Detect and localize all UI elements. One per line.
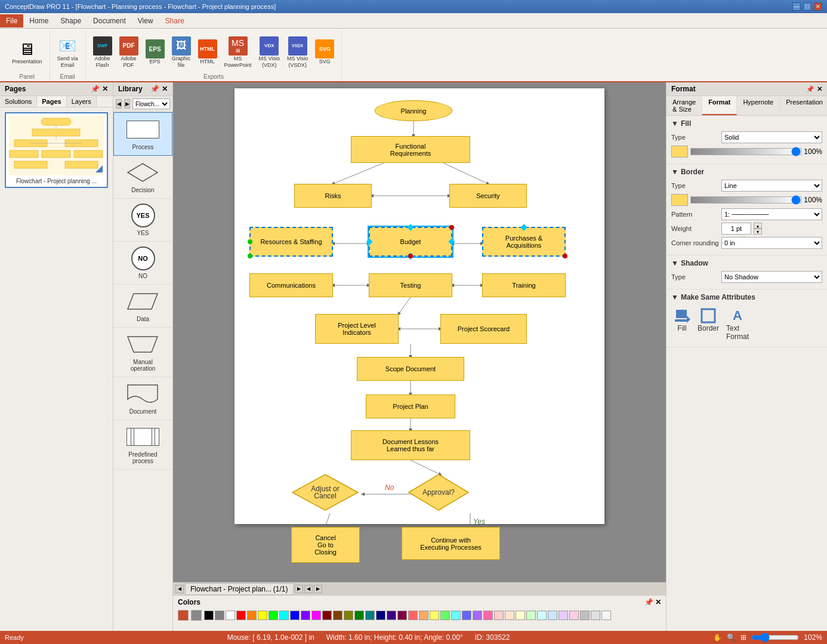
ribbon-btn-email[interactable]: 📧 Send viaEmail bbox=[55, 35, 81, 70]
color-swatch-cell[interactable] bbox=[269, 611, 278, 620]
color-swatch-cell[interactable] bbox=[526, 611, 536, 620]
node-doc-lessons[interactable]: Document LessonsLearned thus far bbox=[351, 430, 470, 460]
border-opacity-slider[interactable] bbox=[690, 196, 801, 204]
fill-collapse-icon[interactable]: ▼ bbox=[671, 119, 678, 128]
color-swatch-cell[interactable] bbox=[204, 611, 214, 620]
node-resources[interactable]: Resources & Staffing bbox=[249, 227, 333, 257]
border-corner-select[interactable]: 0 in bbox=[721, 237, 822, 249]
colors-close-icon[interactable]: ✕ bbox=[655, 598, 661, 606]
menu-file[interactable]: File bbox=[0, 14, 23, 27]
node-risks[interactable]: Risks bbox=[294, 184, 372, 208]
ribbon-btn-ppt[interactable]: MS▤ MSPowerPoint bbox=[222, 35, 254, 70]
handle-top[interactable] bbox=[407, 224, 414, 230]
color-swatch-cell[interactable] bbox=[236, 611, 246, 620]
color-swatch-cell[interactable] bbox=[354, 611, 364, 620]
color-swatch-cell[interactable] bbox=[569, 611, 579, 620]
handle-corner-bm[interactable] bbox=[408, 254, 413, 258]
border-color-swatch[interactable] bbox=[671, 194, 688, 206]
color-swatch-cell[interactable] bbox=[290, 611, 300, 620]
ribbon-btn-pdf[interactable]: PDF AdobePDF bbox=[117, 35, 141, 70]
node-scope-doc[interactable]: Scope Document bbox=[357, 357, 464, 381]
tab-pages[interactable]: Pages bbox=[37, 96, 66, 107]
close-btn[interactable]: ✕ bbox=[814, 2, 822, 11]
thumb-expand-btn[interactable] bbox=[95, 165, 103, 174]
lib-item-no[interactable]: NO NO bbox=[113, 242, 172, 285]
minimize-btn[interactable]: — bbox=[792, 2, 801, 11]
lib-item-data[interactable]: Data bbox=[113, 285, 172, 328]
color-swatch-cell[interactable] bbox=[215, 611, 224, 620]
lib-item-process[interactable]: Process bbox=[113, 112, 172, 156]
ribbon-btn-eps[interactable]: EPS EPS bbox=[143, 38, 167, 66]
ribbon-btn-vsdx[interactable]: VSDX MS Visio(VSDX) bbox=[285, 35, 310, 70]
canvas[interactable]: No Yes Planning FunctionalRequirements R… bbox=[234, 88, 604, 524]
node-func-req[interactable]: FunctionalRequirements bbox=[351, 136, 470, 163]
handle-corner-tr[interactable] bbox=[449, 225, 454, 230]
tab-layers[interactable]: Layers bbox=[67, 96, 97, 107]
node-planning[interactable]: Planning bbox=[375, 100, 452, 121]
tab-scroll-left[interactable]: ◀ bbox=[304, 585, 313, 593]
color-swatch-cell[interactable] bbox=[397, 611, 407, 620]
lib-item-predefined[interactable]: Predefinedprocess bbox=[113, 420, 172, 470]
color-swatch-cell[interactable] bbox=[258, 611, 267, 620]
color-swatch-cell[interactable] bbox=[365, 611, 375, 620]
color-swatch-cell[interactable] bbox=[419, 611, 428, 620]
node-budget[interactable]: Budget bbox=[369, 227, 452, 257]
menu-share[interactable]: Share bbox=[159, 14, 190, 27]
color-swatch-cell[interactable] bbox=[591, 611, 600, 620]
color-swatch-cell[interactable] bbox=[580, 611, 590, 620]
color-swatch-cell[interactable] bbox=[311, 611, 321, 620]
shadow-collapse-icon[interactable]: ▼ bbox=[671, 259, 678, 267]
node-cancel-go[interactable]: CancelGo toClosing bbox=[291, 527, 360, 563]
color-swatch-cell[interactable] bbox=[344, 611, 353, 620]
handle-top-p[interactable] bbox=[520, 224, 527, 230]
node-adjust-cancel[interactable]: Adjust or Cancel bbox=[291, 473, 360, 512]
library-close-icon[interactable]: ✕ bbox=[162, 85, 168, 93]
pages-pin-icon[interactable]: 📌 bbox=[91, 85, 100, 93]
node-continue[interactable]: Continue withExecuting Processes bbox=[402, 527, 500, 560]
weight-up-btn[interactable]: ▲ bbox=[754, 223, 762, 229]
fill-color-swatch[interactable] bbox=[671, 146, 688, 158]
maximize-btn[interactable]: □ bbox=[803, 2, 811, 11]
color-swatch-cell[interactable] bbox=[301, 611, 310, 620]
canvas-tab-main[interactable]: Flowchart - Project plan... (1/1) bbox=[185, 583, 294, 595]
format-close-icon[interactable]: ✕ bbox=[817, 85, 822, 93]
border-pattern-select[interactable]: 1: ──────── bbox=[721, 208, 822, 220]
color-swatch-cell[interactable] bbox=[279, 611, 289, 620]
color-swatch-cell[interactable] bbox=[558, 611, 568, 620]
ribbon-btn-svg[interactable]: SVG SVG bbox=[313, 38, 337, 66]
lib-item-decision[interactable]: Decision bbox=[113, 156, 172, 199]
node-communications[interactable]: Communications bbox=[249, 273, 333, 297]
tab-arrange-size[interactable]: Arrange & Size bbox=[666, 96, 702, 115]
page-thumbnail-1[interactable]: Flowchart - Project planning ... bbox=[5, 112, 108, 188]
lib-back-btn[interactable]: ◀ bbox=[116, 99, 122, 109]
library-pin-icon[interactable]: 📌 bbox=[150, 85, 159, 93]
color-swatch-cell[interactable] bbox=[440, 611, 450, 620]
color-swatch-cell[interactable] bbox=[430, 611, 439, 620]
canvas-scroll[interactable]: No Yes Planning FunctionalRequirements R… bbox=[173, 82, 666, 582]
lib-item-yes[interactable]: YES YES bbox=[113, 199, 172, 242]
handle-right-mid[interactable] bbox=[448, 238, 455, 245]
colors-controls[interactable]: 📌 ✕ bbox=[644, 598, 661, 606]
library-header-controls[interactable]: 📌 ✕ bbox=[150, 85, 168, 93]
border-weight-input[interactable] bbox=[721, 223, 751, 235]
tab-prev-btn[interactable]: ◀ bbox=[175, 585, 184, 593]
tab-next-btn[interactable]: ▶ bbox=[295, 585, 303, 593]
node-purchases[interactable]: Purchases &Acquisitions bbox=[482, 227, 566, 257]
format-header-controls[interactable]: 📌 ✕ bbox=[806, 85, 822, 93]
color-swatch-cell[interactable] bbox=[322, 611, 332, 620]
node-project-scorecard[interactable]: Project Scorecard bbox=[440, 314, 527, 344]
menu-document[interactable]: Document bbox=[87, 14, 132, 27]
tab-solutions[interactable]: Solutions bbox=[0, 96, 37, 107]
zoom-slider[interactable] bbox=[751, 633, 799, 642]
border-weight-spinner[interactable]: ▲ ▼ bbox=[754, 223, 762, 235]
pages-header-controls[interactable]: 📌 ✕ bbox=[91, 85, 108, 93]
node-approval[interactable]: Approval? bbox=[408, 473, 470, 512]
make-same-text[interactable]: A TextFormat bbox=[726, 307, 749, 341]
color-swatch-cell[interactable] bbox=[494, 611, 504, 620]
color-swatch-cell[interactable] bbox=[537, 611, 547, 620]
color-swatch-cell[interactable] bbox=[408, 611, 418, 620]
ribbon-btn-html[interactable]: HTML HTML bbox=[196, 38, 220, 66]
shadow-type-select[interactable]: No Shadow bbox=[721, 271, 822, 283]
fill-opacity-slider[interactable] bbox=[690, 148, 801, 155]
color-picker-btn[interactable] bbox=[178, 610, 189, 621]
